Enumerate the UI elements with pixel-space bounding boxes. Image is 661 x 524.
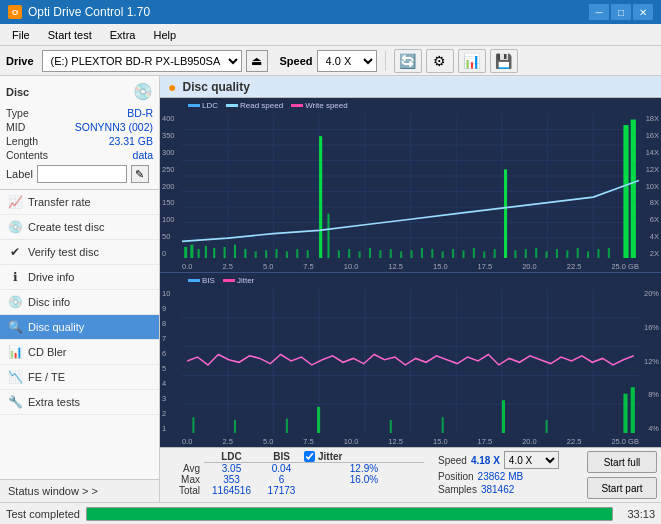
svg-rect-75: [317, 407, 320, 433]
start-part-button[interactable]: Start part: [587, 477, 657, 499]
app-window: O Opti Drive Control 1.70 ─ □ ✕ File Sta…: [0, 0, 661, 524]
menu-start-test[interactable]: Start test: [40, 27, 100, 43]
bis-legend-color: [188, 279, 200, 282]
avg-label: Avg: [164, 463, 204, 474]
bis-legend-item: BIS: [188, 276, 215, 285]
svg-rect-40: [379, 250, 381, 258]
disc-label-input[interactable]: [37, 165, 127, 183]
svg-rect-59: [587, 251, 589, 258]
menu-file[interactable]: File: [4, 27, 38, 43]
samples-label: Samples: [438, 484, 477, 495]
svg-rect-57: [566, 250, 568, 258]
avg-ldc: 3.05: [204, 463, 259, 474]
read-speed-legend-item: Read speed: [226, 101, 283, 110]
contents-label: Contents: [6, 149, 48, 161]
chart1-x-labels: 0.0 2.5 5.0 7.5 10.0 12.5 15.0 17.5 20.0…: [182, 262, 639, 271]
nav-cd-bler[interactable]: 📊 CD Bler: [0, 340, 159, 365]
mid-value: SONYNN3 (002): [75, 121, 153, 133]
svg-rect-77: [623, 394, 627, 433]
svg-rect-18: [190, 245, 193, 258]
maximize-button[interactable]: □: [611, 4, 631, 20]
svg-rect-20: [205, 246, 207, 258]
speed-dropdown[interactable]: 4.0 X: [504, 451, 559, 469]
nav-drive-info-label: Drive info: [28, 271, 74, 283]
svg-rect-41: [390, 249, 392, 258]
title-bar-left: O Opti Drive Control 1.70: [8, 5, 150, 19]
mid-label: MID: [6, 121, 25, 133]
svg-rect-42: [400, 251, 402, 258]
svg-rect-38: [359, 251, 361, 258]
nav-extra-tests-label: Extra tests: [28, 396, 80, 408]
nav-cd-bler-label: CD Bler: [28, 346, 67, 358]
nav-disc-quality[interactable]: 🔍 Disc quality: [0, 315, 159, 340]
nav-disc-info-label: Disc info: [28, 296, 70, 308]
svg-rect-45: [431, 249, 433, 258]
drive-label: Drive: [6, 55, 34, 67]
drive-select[interactable]: (E:) PLEXTOR BD-R PX-LB950SA 1.06: [42, 50, 242, 72]
start-full-button[interactable]: Start full: [587, 451, 657, 473]
svg-rect-52: [514, 250, 516, 258]
write-speed-legend-color: [291, 104, 303, 107]
menu-bar: File Start test Extra Help: [0, 24, 661, 46]
status-window-button[interactable]: Status window > >: [0, 479, 159, 502]
progress-bar-container: [86, 507, 613, 521]
progress-bar-fill: [87, 508, 612, 520]
toolbar-separator: [385, 51, 386, 71]
charts-area: LDC Read speed Write speed 400: [160, 98, 661, 502]
title-bar: O Opti Drive Control 1.70 ─ □ ✕: [0, 0, 661, 24]
nav-transfer-rate[interactable]: 📈 Transfer rate: [0, 190, 159, 215]
close-button[interactable]: ✕: [633, 4, 653, 20]
svg-rect-31: [265, 250, 267, 258]
disc-quality-icon: 🔍: [8, 320, 22, 334]
stats-empty-header: [164, 451, 204, 463]
label-label: Label: [6, 168, 33, 180]
transfer-rate-icon: 📈: [8, 195, 22, 209]
settings-button[interactable]: ⚙: [426, 49, 454, 73]
length-label: Length: [6, 135, 38, 147]
svg-rect-44: [421, 248, 423, 258]
nav-verify-test-disc-label: Verify test disc: [28, 246, 99, 258]
disc-info-panel: Disc 💿 Type BD-R MID SONYNN3 (002) Lengt…: [0, 76, 159, 190]
svg-rect-28: [623, 125, 628, 258]
max-label: Max: [164, 474, 204, 485]
create-test-disc-icon: 💿: [8, 220, 22, 234]
nav-fe-te[interactable]: 📉 FE / TE: [0, 365, 159, 390]
refresh-button[interactable]: 🔄: [394, 49, 422, 73]
chart2-svg: [182, 289, 639, 433]
speed-label-stat: Speed: [438, 455, 467, 466]
chart1-y-left: 400 350 300 250 200 150 100 50 0: [162, 114, 175, 258]
nav-disc-info[interactable]: 💿 Disc info: [0, 290, 159, 315]
disc-edit-button[interactable]: ✎: [131, 165, 149, 183]
chart-button[interactable]: 📊: [458, 49, 486, 73]
disc-label-row: Label ✎: [6, 165, 153, 183]
svg-rect-49: [473, 248, 475, 258]
nav-drive-info[interactable]: ℹ Drive info: [0, 265, 159, 290]
svg-rect-76: [502, 400, 505, 433]
eject-button[interactable]: ⏏: [246, 50, 268, 72]
menu-extra[interactable]: Extra: [102, 27, 144, 43]
jitter-checkbox[interactable]: [304, 451, 315, 462]
svg-rect-51: [494, 249, 496, 258]
avg-jitter: 12.9%: [304, 463, 424, 474]
nav-transfer-rate-label: Transfer rate: [28, 196, 91, 208]
svg-rect-53: [525, 249, 527, 258]
nav-create-test-disc[interactable]: 💿 Create test disc: [0, 215, 159, 240]
chart2-legend: BIS Jitter: [188, 276, 254, 285]
nav-extra-tests[interactable]: 🔧 Extra tests: [0, 390, 159, 415]
disc-quality-title: Disc quality: [182, 80, 249, 94]
extra-tests-icon: 🔧: [8, 395, 22, 409]
position-value: 23862 MB: [478, 471, 524, 482]
position-row: Position 23862 MB: [438, 471, 559, 482]
content-area: ● Disc quality LDC Read speed: [160, 76, 661, 502]
speed-select[interactable]: 4.0 X: [317, 50, 377, 72]
nav-verify-test-disc[interactable]: ✔ Verify test disc: [0, 240, 159, 265]
save-button[interactable]: 💾: [490, 49, 518, 73]
disc-mid-row: MID SONYNN3 (002): [6, 121, 153, 133]
menu-help[interactable]: Help: [145, 27, 184, 43]
svg-rect-27: [504, 169, 507, 258]
svg-rect-37: [348, 249, 350, 258]
minimize-button[interactable]: ─: [589, 4, 609, 20]
svg-rect-60: [597, 249, 599, 258]
svg-rect-79: [192, 417, 194, 433]
svg-rect-47: [452, 249, 454, 258]
